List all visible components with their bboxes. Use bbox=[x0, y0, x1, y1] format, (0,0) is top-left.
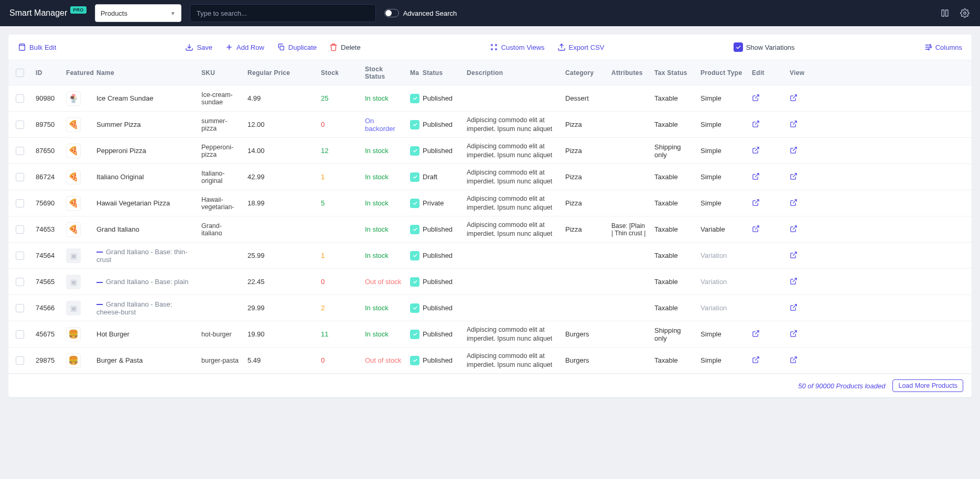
view-link-icon[interactable] bbox=[785, 356, 815, 365]
col-status[interactable]: Status bbox=[418, 69, 462, 77]
cell-featured: 🍕 bbox=[62, 222, 92, 237]
add-row-button[interactable]: Add Row bbox=[225, 43, 264, 51]
cell-id: 74564 bbox=[31, 252, 62, 259]
row-checkbox[interactable] bbox=[16, 225, 24, 234]
cell-id: 74565 bbox=[31, 278, 62, 286]
docs-icon[interactable] bbox=[939, 7, 951, 19]
col-category[interactable]: Category bbox=[561, 69, 607, 77]
cell-category: Pizza bbox=[561, 173, 607, 181]
table-row[interactable]: 45675🍔Hot Burgerhot-burger19.9011In stoc… bbox=[8, 321, 972, 347]
col-regular-price[interactable]: Regular Price bbox=[243, 69, 317, 77]
table-row[interactable]: 86724🍕Italiano OriginalItaliano-original… bbox=[8, 164, 972, 190]
edit-link-icon[interactable] bbox=[748, 120, 785, 129]
col-sku[interactable]: SKU bbox=[197, 69, 243, 77]
save-button[interactable]: Save bbox=[185, 43, 212, 51]
advanced-search-toggle[interactable]: Advanced Search bbox=[384, 9, 457, 17]
row-checkbox[interactable] bbox=[16, 121, 24, 129]
row-checkbox[interactable] bbox=[16, 173, 24, 181]
view-link-icon[interactable] bbox=[785, 251, 815, 260]
row-checkbox[interactable] bbox=[16, 94, 24, 103]
load-more-button[interactable]: Load More Products bbox=[892, 379, 963, 392]
select-all-checkbox[interactable] bbox=[16, 69, 24, 77]
table-row[interactable]: 90980🍨Ice Cream SundaeIce-cream-sundae4.… bbox=[8, 85, 972, 112]
col-id[interactable]: ID bbox=[31, 69, 62, 77]
row-checkbox[interactable] bbox=[16, 199, 24, 208]
col-ma[interactable]: Ma bbox=[406, 69, 418, 77]
cell-product-type: Variation bbox=[696, 278, 748, 286]
col-featured[interactable]: Featured bbox=[62, 69, 92, 77]
table-row[interactable]: 89750🍕Summer Pizzasummer-pizza12.000On b… bbox=[8, 112, 972, 138]
cell-ma bbox=[406, 172, 418, 182]
table-row[interactable]: 74566▣Grand Italiano - Base: cheese-burs… bbox=[8, 295, 972, 321]
entity-selector[interactable]: Products ▼ bbox=[95, 4, 181, 22]
col-view[interactable]: View bbox=[785, 69, 815, 77]
cell-sku: Italiano-original bbox=[197, 170, 243, 184]
row-checkbox[interactable] bbox=[16, 252, 24, 260]
view-link-icon[interactable] bbox=[785, 277, 815, 287]
edit-link-icon[interactable] bbox=[748, 172, 785, 182]
col-stock[interactable]: Stock bbox=[317, 69, 361, 77]
cell-name: Ice Cream Sundae bbox=[92, 94, 197, 102]
view-link-icon[interactable] bbox=[785, 120, 815, 129]
columns-button[interactable]: Columns bbox=[924, 43, 962, 51]
view-link-icon[interactable] bbox=[785, 330, 815, 339]
cell-status: Published bbox=[418, 304, 462, 312]
table-row[interactable]: 87650🍕Pepperoni PizzaPepperoni-pizza14.0… bbox=[8, 138, 972, 164]
table-row[interactable]: 74653🍕Grand ItalianoGrand-italianoIn sto… bbox=[8, 216, 972, 243]
cell-status: Published bbox=[418, 330, 462, 338]
bulk-edit-button[interactable]: Bulk Edit bbox=[18, 43, 56, 51]
export-csv-button[interactable]: Export CSV bbox=[557, 43, 605, 51]
edit-link-icon[interactable] bbox=[748, 356, 785, 365]
row-checkbox[interactable] bbox=[16, 304, 24, 312]
view-link-icon[interactable] bbox=[785, 146, 815, 156]
cell-product-type: Simple bbox=[696, 94, 748, 102]
show-variations-toggle[interactable]: Show Variations bbox=[734, 42, 795, 52]
cell-name: Pepperoni Pizza bbox=[92, 147, 197, 155]
edit-link-icon[interactable] bbox=[748, 330, 785, 339]
product-name: Hot Burger bbox=[96, 330, 130, 338]
cell-name: Burger & Pasta bbox=[92, 356, 197, 364]
product-name: Summer Pizza bbox=[96, 121, 141, 128]
col-name[interactable]: Name bbox=[92, 69, 197, 77]
row-checkbox[interactable] bbox=[16, 356, 24, 365]
col-edit[interactable]: Edit bbox=[748, 69, 785, 77]
cell-product-type: Simple bbox=[696, 356, 748, 364]
edit-link-icon[interactable] bbox=[748, 94, 785, 103]
variation-indicator-icon bbox=[96, 252, 103, 253]
cell-description: Adipiscing commodo elit at imperdiet. Ip… bbox=[462, 116, 561, 134]
table-row[interactable]: 74565▣Grand Italiano - Base: plain22.450… bbox=[8, 269, 972, 295]
row-checkbox[interactable] bbox=[16, 278, 24, 286]
view-link-icon[interactable] bbox=[785, 199, 815, 208]
table-row[interactable]: 75690🍕Hawaii Vegetarian PizzaHawaii-vege… bbox=[8, 190, 972, 216]
cell-stock: 5 bbox=[317, 199, 361, 207]
view-link-icon[interactable] bbox=[785, 225, 815, 234]
duplicate-button[interactable]: Duplicate bbox=[277, 43, 317, 51]
cell-price: 4.99 bbox=[243, 94, 317, 102]
custom-views-button[interactable]: Custom Views bbox=[490, 43, 545, 51]
col-attributes[interactable]: Attributes bbox=[607, 69, 650, 77]
duplicate-label: Duplicate bbox=[288, 43, 317, 51]
col-description[interactable]: Description bbox=[462, 69, 561, 77]
row-checkbox[interactable] bbox=[16, 330, 24, 339]
advanced-search-label: Advanced Search bbox=[403, 9, 457, 17]
edit-link-icon[interactable] bbox=[748, 225, 785, 234]
col-product-type[interactable]: Product Type bbox=[696, 69, 748, 77]
view-link-icon[interactable] bbox=[785, 94, 815, 103]
view-link-icon[interactable] bbox=[785, 303, 815, 313]
cell-status: Published bbox=[418, 356, 462, 364]
table-scroll[interactable]: ID Featured Name SKU Regular Price Stock… bbox=[8, 60, 972, 374]
delete-button[interactable]: Delete bbox=[329, 43, 361, 51]
product-thumb: 🍕 bbox=[66, 222, 81, 237]
col-tax-status[interactable]: Tax Status bbox=[650, 69, 696, 77]
edit-link-icon[interactable] bbox=[748, 199, 785, 208]
table-row[interactable]: 29875🍔Burger & Pastaburger-pasta5.490Out… bbox=[8, 347, 972, 374]
view-link-icon[interactable] bbox=[785, 172, 815, 182]
search-input[interactable] bbox=[197, 9, 369, 17]
table-row[interactable]: 74564▣Grand Italiano - Base: thin-crust2… bbox=[8, 243, 972, 269]
edit-link-icon[interactable] bbox=[748, 146, 785, 156]
col-stock-status[interactable]: Stock Status bbox=[361, 66, 406, 80]
gear-icon[interactable] bbox=[959, 7, 971, 19]
row-checkbox[interactable] bbox=[16, 147, 24, 155]
cell-stock-status: Out of stock bbox=[361, 356, 406, 364]
product-thumb: 🍕 bbox=[66, 117, 81, 132]
